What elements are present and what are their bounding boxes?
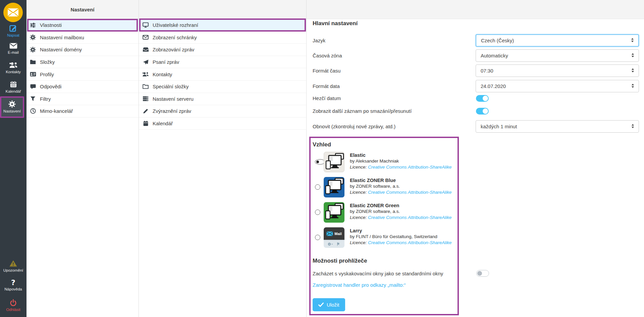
section-nav-item-calendar[interactable]: Kalendář (139, 118, 306, 130)
timezone-label: Časová zóna (313, 49, 342, 62)
settings-nav-item-responses[interactable]: Odpovědi (26, 81, 139, 93)
nav-item-label: Nastavení domény (40, 47, 82, 52)
theme-thumbnail-larry: Mail (324, 227, 344, 248)
settings-nav-item-out-of-office[interactable]: Mimo-kancelář (26, 105, 139, 118)
nav-item-label: Nastavení serveru (153, 96, 194, 102)
section-nav-item-ui[interactable]: Uživatelské rozhraní (139, 19, 306, 32)
refresh-select[interactable]: každých 1 minut (476, 120, 639, 133)
larry-mail-icon (326, 231, 333, 236)
date-format-value: 24.07.2020 (481, 83, 506, 89)
settings-nav-item-filters[interactable]: Filtry (26, 93, 139, 105)
pretty-date-toggle[interactable] (476, 95, 489, 102)
theme-option-zoner-blue: Elastic ZONER Blue by ZONER software, a.… (311, 177, 458, 197)
section-nav-item-server-settings[interactable]: Nastavení serveru (139, 93, 306, 105)
mail-icon (142, 35, 149, 40)
mailto-handler-link[interactable]: Zaregistrovat handler pro odkazy „mailto… (313, 282, 406, 288)
show-next-label: Zobrazit další záznam po smazání/přesunu… (313, 105, 412, 117)
section-nav-item-contacts[interactable]: Kontakty (139, 68, 306, 81)
language-label: Jazyk (313, 34, 325, 47)
theme-thumbnail-elastic (324, 152, 344, 172)
inbox-icon (142, 47, 149, 52)
gear-icon (30, 47, 36, 53)
settings-nav-item-mailbox[interactable]: Nastavení mailboxu (26, 32, 139, 44)
sidebar-item-settings[interactable]: Nastavení (0, 96, 24, 118)
theme-option-larry: Mail Larry (311, 227, 458, 248)
time-format-select[interactable]: 07:30 (476, 64, 639, 77)
id-card-icon (30, 72, 36, 77)
settings-nav-panel: Nastavení Vlastnosti (26, 0, 139, 317)
select-arrows-icon (631, 68, 635, 74)
paper-plane-icon (142, 59, 149, 65)
sidebar-item-label: Kalendář (5, 90, 21, 94)
popup-windows-toggle[interactable] (476, 270, 489, 277)
nav-item-label: Nastavení mailboxu (40, 35, 84, 40)
select-arrows-icon (631, 53, 635, 59)
content-header-strip (307, 0, 644, 19)
sidebar-item-calendar[interactable]: Kalendář (0, 81, 26, 94)
save-button-label: Uložit (327, 302, 339, 308)
sidebar-item-label: Kontakty (6, 70, 21, 74)
save-button[interactable]: Uložit (313, 298, 345, 311)
theme-name: Elastic ZONER Blue (350, 177, 451, 183)
nav-item-label: Kontakty (153, 72, 172, 77)
calendar-icon (142, 121, 149, 126)
sidebar-item-logout[interactable]: Odhlásit (0, 299, 26, 312)
app-logo[interactable] (3, 3, 23, 22)
warning-icon (9, 260, 17, 267)
folder-icon (30, 59, 36, 64)
theme-author: by Aleksander Machniak (350, 158, 451, 164)
users-icon (142, 72, 149, 77)
app-window: Napsat E-mail Kontakty (0, 0, 644, 317)
theme-radio-zoner-blue[interactable] (315, 184, 320, 190)
licence-link[interactable]: Creative Commons Attribution-ShareAlike (368, 215, 451, 220)
sidebar-item-label: Nápověda (4, 287, 22, 291)
time-format-value: 07:30 (481, 68, 493, 74)
nav-item-label: Zobrazení schránky (153, 35, 197, 40)
theme-option-zoner-green: Elastic ZONER Green by ZONER software, a… (311, 202, 458, 223)
theme-radio-larry[interactable] (315, 235, 320, 240)
sidebar-item-label: E-mail (8, 51, 19, 55)
theme-author: by ZONER software, a.s. (350, 183, 451, 189)
sidebar-item-contacts[interactable]: Kontakty (0, 62, 26, 74)
nav-item-label: Zvýraznění zpráv (153, 108, 191, 114)
nav-item-label: Mimo-kancelář (40, 108, 73, 114)
nav-item-label: Filtry (40, 96, 51, 102)
sidebar-item-notifications[interactable]: Upozornění (0, 260, 26, 273)
theme-radio-zoner-green[interactable] (315, 210, 320, 215)
section-nav-item-special-folders[interactable]: Speciální složky (139, 81, 306, 93)
mail-icon (9, 43, 17, 49)
date-format-select[interactable]: 24.07.2020 (476, 80, 639, 92)
popup-windows-label: Zacházet s vyskakovacími okny jako se st… (313, 271, 443, 276)
larry-logo-text: Mail (334, 232, 341, 236)
show-next-toggle[interactable] (476, 108, 489, 115)
settings-nav-item-domain[interactable]: Nastavení domény (26, 44, 139, 56)
sidebar-item-label: Upozornění (3, 269, 23, 273)
nav-item-label: Speciální složky (153, 84, 189, 89)
folder-outline-icon (142, 84, 149, 89)
sidebar-item-email[interactable]: E-mail (0, 43, 26, 55)
licence-link[interactable]: Creative Commons Attribution-ShareAlike (368, 165, 451, 170)
sidebar-item-help[interactable]: ? Nápověda (0, 280, 26, 291)
timezone-select[interactable]: Automaticky (476, 49, 639, 62)
section-nav-item-message-display[interactable]: Zobrazování zpráv (139, 44, 306, 56)
settings-nav-item-vlastnosti[interactable]: Vlastnosti (26, 19, 139, 32)
server-icon (142, 96, 149, 101)
language-select[interactable]: Czech (Česky) (476, 34, 639, 47)
section-nav-item-highlighting[interactable]: Zvýraznění zpráv (139, 105, 306, 118)
nav-item-label: Profily (40, 72, 54, 77)
pencil-icon (142, 108, 149, 114)
sliders-icon (30, 22, 36, 28)
licence-link[interactable]: Creative Commons Attribution-ShareAlike (368, 190, 451, 195)
settings-nav-item-folders[interactable]: Složky (26, 56, 139, 69)
settings-content: Hlavní nastavení Jazyk Czech (Česky) Čas… (307, 0, 644, 317)
power-icon (10, 299, 17, 306)
section-nav-item-mailbox-view[interactable]: Zobrazení schránky (139, 32, 306, 44)
sidebar-item-compose[interactable]: Napsat (0, 24, 26, 38)
section-nav-item-composing[interactable]: Psaní zpráv (139, 56, 306, 69)
larry-gear-icon (327, 242, 333, 246)
nav-item-label: Uživatelské rozhraní (153, 22, 198, 28)
date-format-label: Formát data (313, 80, 340, 92)
licence-link[interactable]: Creative Commons Attribution-ShareAlike (368, 240, 451, 245)
theme-thumbnail-zoner-green (324, 202, 344, 223)
settings-nav-item-profiles[interactable]: Profily (26, 68, 139, 81)
